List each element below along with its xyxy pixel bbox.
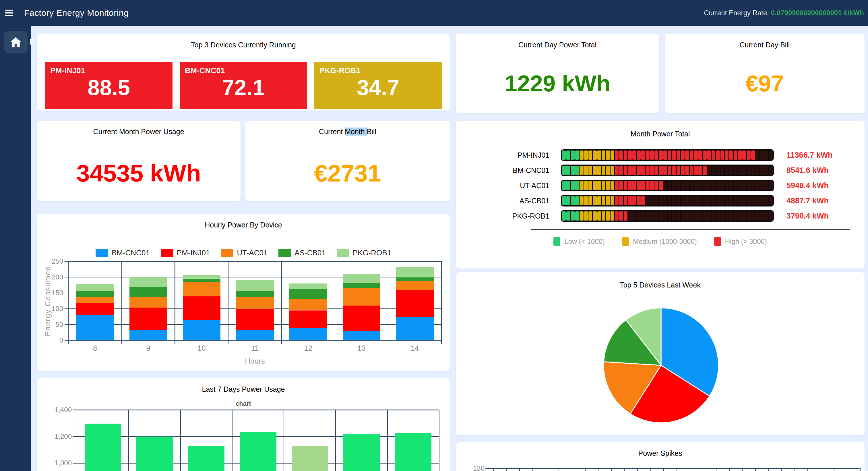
energy-rate: Current Energy Rate: 0.07909000000000001… (704, 9, 864, 17)
led-segment (659, 166, 662, 175)
card-month-power-total: Month Power Total PM-INJ01 11366.7 kWh B… (456, 121, 865, 268)
energy-rate-label: Current Energy Rate: (704, 9, 769, 17)
led-segment (751, 150, 755, 160)
led-segment (571, 196, 575, 205)
x-axis-title: Hours (68, 357, 441, 365)
device-label: BM-CNC01 (456, 166, 561, 175)
stacked-bar-segment (76, 284, 114, 291)
led-segment (637, 211, 641, 220)
led-segment (690, 181, 693, 190)
stacked-bar-segment (289, 289, 327, 299)
card-month-power-usage: Current Month Power Usage 34535 kWh (37, 121, 241, 201)
led-segment (747, 166, 751, 175)
bar (85, 423, 121, 471)
led-segment (747, 150, 751, 160)
led-segment (755, 211, 759, 220)
led-segment (566, 196, 570, 205)
gridline-y (68, 277, 441, 277)
led-rows: PM-INJ01 11366.7 kWh BM-CNC01 8541.6 kWh… (456, 149, 865, 226)
led-segment (584, 196, 588, 205)
led-segment (685, 196, 689, 205)
led-segment (738, 211, 742, 220)
led-segment (712, 196, 715, 205)
pie-plot (456, 272, 865, 435)
y-tick-mark (485, 468, 488, 469)
led-segment (760, 150, 764, 160)
led-segment (738, 166, 742, 175)
led-segment (681, 196, 685, 205)
app-title: Factory Energy Monitoring (24, 8, 129, 18)
led-segment (677, 196, 680, 205)
stacked-bar-segment (289, 328, 327, 340)
led-segment (725, 166, 728, 175)
led-segment (685, 181, 689, 190)
gridline-x (572, 468, 572, 471)
led-segment (707, 196, 711, 205)
legend-item: High (> 3000) (714, 237, 767, 246)
led-segment (571, 181, 575, 190)
led-segment (650, 211, 654, 220)
led-row: UT-AC01 5948.4 kWh (456, 180, 865, 191)
led-segment (615, 166, 619, 175)
led-segment (575, 166, 579, 175)
led-segment (729, 181, 733, 190)
home-button[interactable] (4, 31, 28, 53)
led-segment (742, 196, 746, 205)
led-segment (672, 166, 676, 175)
bar (395, 433, 431, 471)
led-segment (725, 211, 728, 220)
led-segment (747, 196, 751, 205)
device-tile: PM-INJ01 88.5 (45, 62, 173, 109)
led-segment (712, 181, 715, 190)
stacked-bar-segment (76, 297, 114, 303)
led-segment (672, 211, 676, 220)
device-label: UT-AC01 (456, 181, 561, 190)
led-segment (699, 150, 702, 160)
led-segment (712, 150, 715, 160)
card-title: Current Month Power Usage (37, 121, 241, 136)
sidebar (0, 26, 31, 471)
led-bar (561, 180, 774, 191)
led-segment (681, 181, 685, 190)
gridline-x (820, 468, 821, 471)
led-segment (588, 166, 592, 175)
stacked-bar-segment (236, 280, 274, 291)
led-segment (580, 196, 583, 205)
gridline-x (781, 468, 782, 471)
led-segment (659, 211, 662, 220)
led-segment (694, 211, 698, 220)
stacked-bar-segment (396, 290, 434, 317)
card-title: Current Month Bill (245, 121, 450, 136)
led-segment (764, 196, 768, 205)
led-segment (641, 181, 645, 190)
card-title: Month Power Total (456, 121, 865, 138)
device-name: BM-CNC01 (185, 66, 225, 75)
top-bar: Factory Energy Monitoring Current Energy… (0, 0, 868, 26)
led-segment (646, 181, 649, 190)
stacked-bar-segment (396, 281, 434, 290)
stacked-bar-segment (183, 320, 220, 340)
y-tick-label: 130 (456, 464, 485, 471)
device-tiles: PM-INJ01 88.5 BM-CNC01 72.1 PKG-ROB1 34.… (37, 62, 450, 109)
card-title: Current Day Bill (665, 34, 865, 49)
gridline-x (585, 468, 586, 471)
gridline-x (650, 468, 651, 471)
led-segment (624, 196, 627, 205)
led-segment (575, 181, 579, 190)
led-segment (619, 166, 623, 175)
led-segment (672, 150, 676, 160)
led-segment (712, 211, 715, 220)
led-segment (659, 181, 662, 190)
y-tick-label: 1,400 (37, 406, 72, 414)
led-segment (668, 166, 671, 175)
y-tick-label: 1,000 (37, 459, 72, 467)
led-segment (681, 211, 685, 220)
led-segment (566, 166, 570, 175)
hamburger-menu-button[interactable] (5, 9, 15, 17)
led-segment (654, 196, 658, 205)
led-segment (760, 166, 764, 175)
led-segment (597, 150, 601, 160)
y-tick-label: 50 (37, 321, 63, 328)
card-title: Current Day Power Total (456, 34, 659, 49)
led-segment (611, 211, 614, 220)
